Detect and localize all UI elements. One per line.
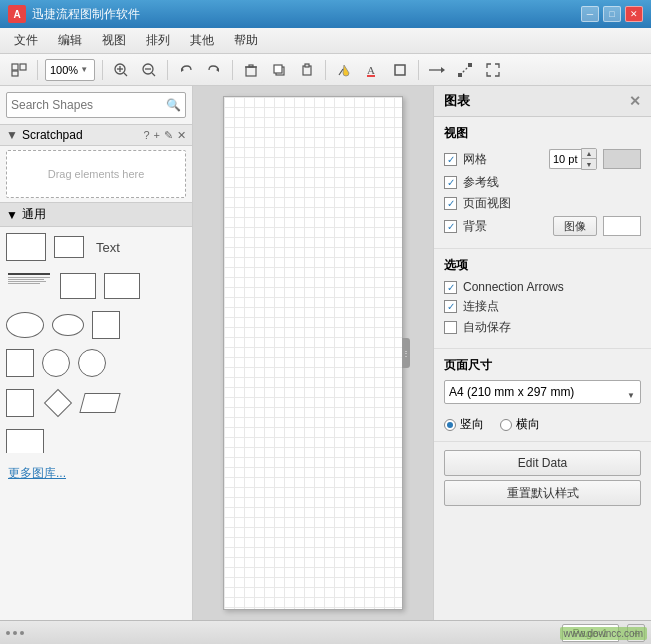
portrait-label: 竖向 — [460, 416, 484, 433]
status-dot-1 — [6, 631, 10, 635]
app-title: 迅捷流程图制作软件 — [32, 6, 581, 23]
auto-save-label: 自动保存 — [463, 319, 641, 336]
redo-button[interactable] — [201, 58, 227, 82]
delete-button[interactable] — [238, 58, 264, 82]
auto-save-checkbox[interactable] — [444, 321, 457, 334]
shape-sq-3[interactable] — [6, 389, 34, 417]
guidelines-label: 参考线 — [463, 174, 641, 191]
shape-parallelogram[interactable] — [82, 393, 118, 413]
auto-save-row: 自动保存 — [444, 319, 641, 336]
svg-text:A: A — [367, 64, 375, 76]
page-size-select[interactable]: A4 (210 mm x 297 mm) A3 (297 mm x 420 mm… — [444, 380, 641, 404]
svg-rect-0 — [12, 64, 18, 70]
grid-spin: ▲ ▼ — [549, 148, 597, 170]
menu-help[interactable]: 帮助 — [224, 28, 268, 53]
connection-points-checkbox[interactable] — [444, 300, 457, 313]
grid-value-input[interactable] — [549, 149, 581, 169]
section-collapse-icon: ▼ — [6, 208, 18, 222]
grid-row: 网格 ▲ ▼ — [444, 148, 641, 170]
svg-rect-21 — [367, 75, 375, 77]
page-size-select-wrapper: A4 (210 mm x 297 mm) A3 (297 mm x 420 mm… — [444, 380, 641, 410]
paste-button[interactable] — [294, 58, 320, 82]
background-color-box[interactable] — [603, 216, 641, 236]
shape-circle-2[interactable] — [78, 349, 106, 377]
window-controls: ─ □ ✕ — [581, 6, 643, 22]
portrait-radio-circle — [444, 419, 456, 431]
scratchpad-close-icon[interactable]: ✕ — [177, 129, 186, 142]
zoom-out-button[interactable] — [136, 58, 162, 82]
menu-view[interactable]: 视图 — [92, 28, 136, 53]
shape-heading[interactable] — [6, 271, 52, 301]
grid-spin-up[interactable]: ▲ — [582, 149, 596, 159]
portrait-radio[interactable]: 竖向 — [444, 416, 484, 433]
scratchpad-header[interactable]: ▼ Scratchpad ? + ✎ ✕ — [0, 124, 192, 146]
reset-style-button[interactable]: 重置默认样式 — [444, 480, 641, 506]
close-button[interactable]: ✕ — [625, 6, 643, 22]
menu-other[interactable]: 其他 — [180, 28, 224, 53]
landscape-radio-circle — [500, 419, 512, 431]
shape-rect-1[interactable] — [6, 233, 46, 261]
toolbar-sep-4 — [232, 60, 233, 80]
fullscreen-button[interactable] — [480, 58, 506, 82]
section-general-header[interactable]: ▼ 通用 — [0, 202, 192, 227]
right-panel-close-button[interactable]: ✕ — [629, 93, 641, 109]
connection-arrows-checkbox[interactable] — [444, 281, 457, 294]
svg-rect-14 — [249, 65, 253, 67]
menu-edit[interactable]: 编辑 — [48, 28, 92, 53]
border-color-button[interactable] — [387, 58, 413, 82]
grid-color-box[interactable] — [603, 149, 641, 169]
grid-spin-down[interactable]: ▼ — [582, 159, 596, 169]
guidelines-row: 参考线 — [444, 174, 641, 191]
fill-color-button[interactable] — [331, 58, 357, 82]
shape-rect-4[interactable] — [104, 273, 140, 299]
zoom-in-button[interactable] — [108, 58, 134, 82]
menu-arrange[interactable]: 排列 — [136, 28, 180, 53]
tb-format-btn[interactable] — [6, 58, 32, 82]
action-buttons-section: Edit Data 重置默认样式 — [434, 442, 651, 518]
scratchpad-label: Scratchpad — [22, 128, 144, 142]
toolbar-sep-5 — [325, 60, 326, 80]
font-color-button[interactable]: A — [359, 58, 385, 82]
search-icon: 🔍 — [166, 98, 181, 112]
arrow-button[interactable] — [424, 58, 450, 82]
menu-file[interactable]: 文件 — [4, 28, 48, 53]
right-panel-title: 图表 — [444, 92, 470, 110]
grid-checkbox[interactable] — [444, 153, 457, 166]
scratchpad-help-icon[interactable]: ? — [143, 129, 149, 142]
canvas-resize-handle[interactable]: ⋮ — [402, 338, 410, 368]
shape-diamond[interactable] — [42, 387, 74, 419]
maximize-button[interactable]: □ — [603, 6, 621, 22]
statusbar: Page-1 + — [0, 620, 651, 644]
scratchpad-edit-icon[interactable]: ✎ — [164, 129, 173, 142]
shape-circle-1[interactable] — [42, 349, 70, 377]
shape-partial-1[interactable] — [6, 429, 44, 453]
shape-rect-3[interactable] — [60, 273, 96, 299]
undo-button[interactable] — [173, 58, 199, 82]
background-row: 背景 图像 — [444, 216, 641, 236]
edit-data-button[interactable]: Edit Data — [444, 450, 641, 476]
svg-rect-1 — [20, 64, 26, 70]
guidelines-checkbox[interactable] — [444, 176, 457, 189]
background-checkbox[interactable] — [444, 220, 457, 233]
scratchpad-add-icon[interactable]: + — [154, 129, 160, 142]
copy-button[interactable] — [266, 58, 292, 82]
shape-sq-2[interactable] — [6, 349, 34, 377]
watermark: www.downcc.com — [560, 627, 647, 640]
main-area: 🔍 ▼ Scratchpad ? + ✎ ✕ Drag elements her… — [0, 86, 651, 620]
connector-button[interactable] — [452, 58, 478, 82]
shapes-grid: Text — [0, 227, 192, 459]
shape-sq-1[interactable] — [92, 311, 120, 339]
shape-rect-2[interactable] — [54, 236, 84, 258]
minimize-button[interactable]: ─ — [581, 6, 599, 22]
shape-oval-1[interactable] — [6, 312, 44, 338]
svg-rect-26 — [468, 63, 472, 67]
shape-oval-2[interactable] — [52, 314, 84, 336]
more-shapes-link[interactable]: 更多图库... — [0, 459, 192, 488]
canvas-paper[interactable]: ⋮ — [223, 96, 403, 610]
scratchpad-collapse-icon: ▼ — [6, 128, 18, 142]
landscape-radio[interactable]: 横向 — [500, 416, 540, 433]
search-input[interactable] — [11, 98, 166, 112]
shape-text-label[interactable]: Text — [96, 240, 120, 255]
background-image-button[interactable]: 图像 — [553, 216, 597, 236]
page-view-checkbox[interactable] — [444, 197, 457, 210]
